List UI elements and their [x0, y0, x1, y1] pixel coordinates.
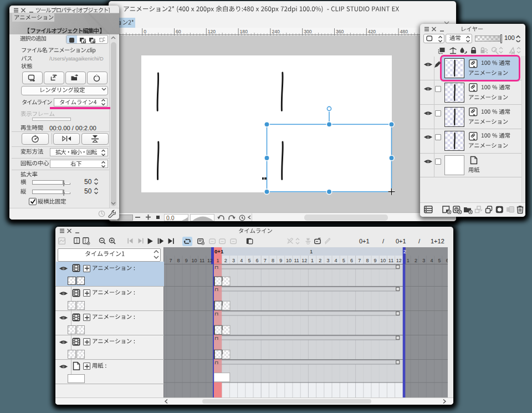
svg-text:4: 4 [240, 258, 243, 263]
svg-text:480: 480 [400, 29, 408, 34]
svg-text:7: 7 [263, 258, 266, 263]
svg-text:8: 8 [177, 258, 180, 263]
svg-text:11: 11 [388, 258, 393, 263]
svg-text:12: 12 [207, 258, 212, 263]
svg-text:0+1: 0+1 [214, 248, 224, 254]
svg-text:1: 1 [406, 258, 409, 263]
svg-text:1: 1 [309, 248, 312, 254]
svg-text:12: 12 [301, 258, 307, 263]
svg-text:11: 11 [294, 258, 299, 263]
svg-text:8: 8 [271, 258, 274, 263]
svg-text:3: 3 [422, 258, 425, 263]
svg-text:8: 8 [366, 258, 369, 263]
svg-text:120: 120 [208, 29, 216, 34]
svg-text:3: 3 [232, 258, 234, 263]
svg-text:9: 9 [185, 258, 187, 263]
svg-text:2: 2 [403, 248, 406, 254]
svg-text:7: 7 [169, 258, 172, 263]
svg-text:11: 11 [200, 258, 204, 263]
svg-text:3: 3 [326, 258, 329, 263]
svg-text:6: 6 [350, 258, 352, 263]
svg-text:10: 10 [380, 258, 386, 263]
svg-text:360: 360 [336, 29, 344, 34]
svg-text:9: 9 [279, 258, 282, 263]
svg-text:0: 0 [144, 29, 146, 34]
svg-text:1: 1 [216, 258, 219, 263]
svg-text:12: 12 [396, 258, 401, 263]
svg-text:6: 6 [255, 258, 258, 263]
svg-text:1: 1 [310, 258, 313, 263]
svg-text:5: 5 [248, 258, 250, 263]
svg-text:4: 4 [430, 258, 433, 263]
svg-text:10: 10 [191, 258, 197, 263]
svg-text:2: 2 [414, 258, 417, 263]
svg-text:180: 180 [240, 29, 248, 34]
svg-text:2: 2 [319, 258, 321, 263]
svg-text:5: 5 [438, 258, 441, 263]
svg-text:2: 2 [224, 258, 227, 263]
svg-text:420: 420 [368, 29, 376, 34]
svg-text:4: 4 [334, 258, 337, 263]
svg-text:60: 60 [176, 29, 181, 34]
svg-text:240: 240 [272, 29, 280, 34]
svg-text:10: 10 [285, 258, 291, 263]
svg-text:7: 7 [358, 258, 361, 263]
svg-text:300: 300 [304, 29, 312, 34]
svg-text:9: 9 [374, 258, 376, 263]
svg-text:5: 5 [342, 258, 345, 263]
svg-text:6: 6 [446, 258, 448, 263]
